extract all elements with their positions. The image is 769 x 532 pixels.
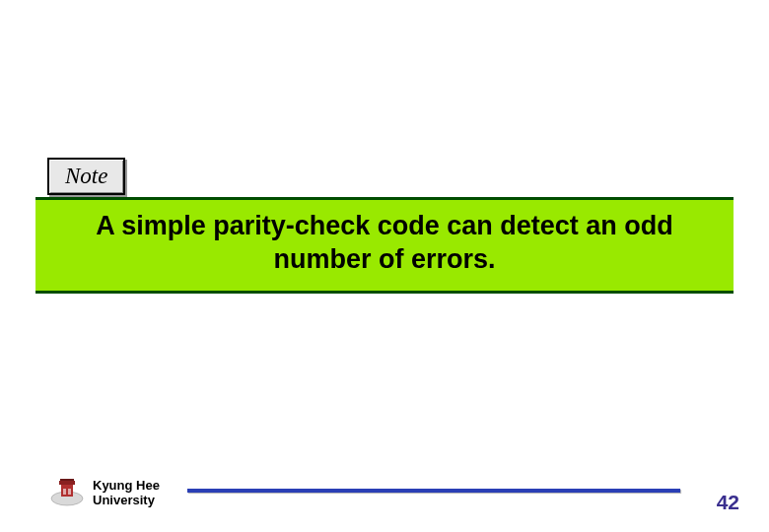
footer-divider <box>187 489 680 493</box>
svg-rect-3 <box>63 489 66 495</box>
slide-footer: Kyung Hee University 42 <box>0 463 769 510</box>
svg-rect-1 <box>61 483 73 497</box>
page-number: 42 <box>717 491 739 514</box>
university-logo-icon <box>49 477 85 506</box>
university-name-line2: University <box>93 493 155 507</box>
svg-rect-5 <box>60 479 74 481</box>
university-name-line1: Kyung Hee <box>93 478 160 493</box>
note-label-box: Note <box>47 158 125 195</box>
university-name: Kyung Hee University <box>93 479 160 508</box>
main-statement: A simple parity-check code can detect an… <box>55 210 714 277</box>
note-label-text: Note <box>65 164 107 188</box>
highlight-band: A simple parity-check code can detect an… <box>35 197 734 294</box>
svg-rect-2 <box>59 481 75 485</box>
svg-rect-4 <box>68 489 71 495</box>
